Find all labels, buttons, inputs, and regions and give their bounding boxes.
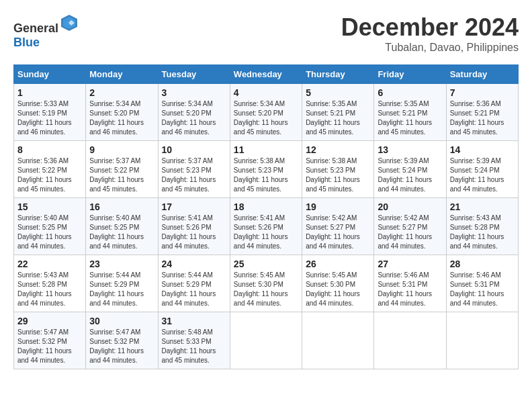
header-saturday: Saturday	[446, 65, 518, 84]
day-cell-26: 26 Sunrise: 5:45 AMSunset: 5:30 PMDaylig…	[302, 255, 374, 312]
day-cell-5: 5 Sunrise: 5:35 AMSunset: 5:21 PMDayligh…	[302, 84, 374, 141]
day-cell-28: 28 Sunrise: 5:46 AMSunset: 5:31 PMDaylig…	[446, 255, 518, 312]
header-wednesday: Wednesday	[230, 65, 302, 84]
day-cell-30: 30 Sunrise: 5:47 AMSunset: 5:32 PMDaylig…	[86, 312, 158, 369]
page-header: General Blue December 2024 Tubalan, Dava…	[13, 13, 519, 54]
header-tuesday: Tuesday	[158, 65, 230, 84]
day-cell-18: 18 Sunrise: 5:41 AMSunset: 5:26 PMDaylig…	[230, 198, 302, 255]
empty-cell-1	[230, 312, 302, 369]
day-cell-21: 21 Sunrise: 5:43 AMSunset: 5:28 PMDaylig…	[446, 198, 518, 255]
day-cell-16: 16 Sunrise: 5:40 AMSunset: 5:25 PMDaylig…	[86, 198, 158, 255]
day-cell-1: 1 Sunrise: 5:33 AMSunset: 5:19 PMDayligh…	[14, 84, 86, 141]
day-cell-20: 20 Sunrise: 5:42 AMSunset: 5:27 PMDaylig…	[374, 198, 446, 255]
week-row-4: 22 Sunrise: 5:43 AMSunset: 5:28 PMDaylig…	[14, 255, 519, 312]
weekday-header-row: Sunday Monday Tuesday Wednesday Thursday…	[14, 65, 519, 84]
logo-blue: Blue	[13, 36, 40, 49]
day-cell-9: 9 Sunrise: 5:37 AMSunset: 5:22 PMDayligh…	[86, 141, 158, 198]
empty-cell-4	[446, 312, 518, 369]
header-monday: Monday	[86, 65, 158, 84]
header-thursday: Thursday	[302, 65, 374, 84]
week-row-1: 1 Sunrise: 5:33 AMSunset: 5:19 PMDayligh…	[14, 84, 519, 141]
week-row-3: 15 Sunrise: 5:40 AMSunset: 5:25 PMDaylig…	[14, 198, 519, 255]
header-sunday: Sunday	[14, 65, 86, 84]
day-cell-29: 29 Sunrise: 5:47 AMSunset: 5:32 PMDaylig…	[14, 312, 86, 369]
header-friday: Friday	[374, 65, 446, 84]
day-cell-22: 22 Sunrise: 5:43 AMSunset: 5:28 PMDaylig…	[14, 255, 86, 312]
day-cell-6: 6 Sunrise: 5:35 AMSunset: 5:21 PMDayligh…	[374, 84, 446, 141]
week-row-5: 29 Sunrise: 5:47 AMSunset: 5:32 PMDaylig…	[14, 312, 519, 369]
logo-icon	[60, 13, 79, 32]
day-cell-10: 10 Sunrise: 5:37 AMSunset: 5:23 PMDaylig…	[158, 141, 230, 198]
day-cell-3: 3 Sunrise: 5:34 AMSunset: 5:20 PMDayligh…	[158, 84, 230, 141]
day-cell-31: 31 Sunrise: 5:48 AMSunset: 5:33 PMDaylig…	[158, 312, 230, 369]
day-cell-4: 4 Sunrise: 5:34 AMSunset: 5:20 PMDayligh…	[230, 84, 302, 141]
logo: General Blue	[13, 13, 79, 50]
day-cell-25: 25 Sunrise: 5:45 AMSunset: 5:30 PMDaylig…	[230, 255, 302, 312]
week-row-2: 8 Sunrise: 5:36 AMSunset: 5:22 PMDayligh…	[14, 141, 519, 198]
calendar-table: Sunday Monday Tuesday Wednesday Thursday…	[13, 64, 519, 369]
day-cell-12: 12 Sunrise: 5:38 AMSunset: 5:23 PMDaylig…	[302, 141, 374, 198]
day-cell-14: 14 Sunrise: 5:39 AMSunset: 5:24 PMDaylig…	[446, 141, 518, 198]
day-cell-2: 2 Sunrise: 5:34 AMSunset: 5:20 PMDayligh…	[86, 84, 158, 141]
logo-general: General	[13, 21, 58, 35]
location-subtitle: Tubalan, Davao, Philippines	[341, 42, 519, 54]
day-cell-23: 23 Sunrise: 5:44 AMSunset: 5:29 PMDaylig…	[86, 255, 158, 312]
day-cell-8: 8 Sunrise: 5:36 AMSunset: 5:22 PMDayligh…	[14, 141, 86, 198]
day-cell-19: 19 Sunrise: 5:42 AMSunset: 5:27 PMDaylig…	[302, 198, 374, 255]
day-cell-13: 13 Sunrise: 5:39 AMSunset: 5:24 PMDaylig…	[374, 141, 446, 198]
day-cell-11: 11 Sunrise: 5:38 AMSunset: 5:23 PMDaylig…	[230, 141, 302, 198]
empty-cell-2	[302, 312, 374, 369]
day-cell-15: 15 Sunrise: 5:40 AMSunset: 5:25 PMDaylig…	[14, 198, 86, 255]
empty-cell-3	[374, 312, 446, 369]
day-cell-7: 7 Sunrise: 5:36 AMSunset: 5:21 PMDayligh…	[446, 84, 518, 141]
day-cell-27: 27 Sunrise: 5:46 AMSunset: 5:31 PMDaylig…	[374, 255, 446, 312]
title-block: December 2024 Tubalan, Davao, Philippine…	[341, 13, 519, 54]
day-cell-24: 24 Sunrise: 5:44 AMSunset: 5:29 PMDaylig…	[158, 255, 230, 312]
month-year-title: December 2024	[341, 13, 519, 42]
day-cell-17: 17 Sunrise: 5:41 AMSunset: 5:26 PMDaylig…	[158, 198, 230, 255]
